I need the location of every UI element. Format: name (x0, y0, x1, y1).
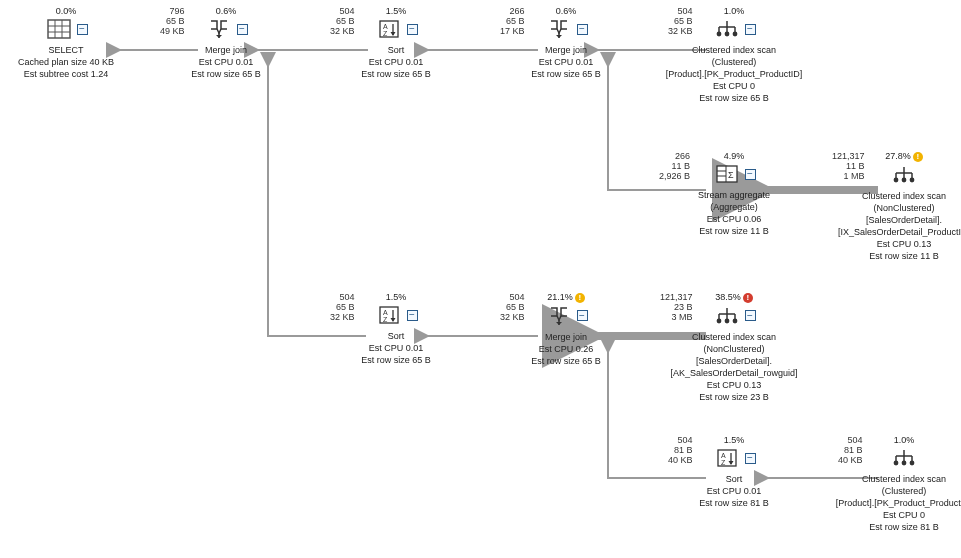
node-stream-aggregate: 4.9% Σ − Stream aggregate (Aggregate) Es… (654, 151, 814, 237)
svg-marker-49 (556, 322, 562, 325)
svg-text:Z: Z (721, 459, 726, 466)
node-cix-sod-rowguid: 38.5%! − Clustered index scan (NonCluste… (654, 292, 814, 403)
svg-text:Z: Z (383, 316, 388, 323)
cost: 0.6% (486, 6, 646, 16)
node-sort-3: 1.5% AZ − Sort Est CPU 0.01 Est row size… (654, 435, 814, 509)
svg-point-40 (894, 177, 899, 182)
svg-point-42 (910, 177, 915, 182)
merge-join-icon (545, 18, 573, 40)
details: Merge join Est CPU 0.01 Est row size 65 … (146, 44, 306, 80)
node-merge-join-1: 0.6% − Merge join Est CPU 0.01 Est row s… (146, 6, 306, 80)
svg-point-68 (894, 461, 899, 466)
toggle[interactable]: − (577, 310, 588, 321)
cost: 1.0% (824, 435, 961, 445)
toggle[interactable]: − (745, 310, 756, 321)
cost: 1.5% (654, 435, 814, 445)
node-sort-1: 1.5% AZ − Sort Est CPU 0.01 Est row size… (316, 6, 476, 80)
toggle[interactable]: − (77, 24, 88, 35)
toggle[interactable]: − (407, 24, 418, 35)
details: Merge join Est CPU 0.26 Est row size 65 … (486, 331, 646, 367)
index-scan-icon (890, 447, 918, 469)
warning-badge: ! (913, 152, 923, 162)
toggle[interactable]: − (577, 24, 588, 35)
svg-point-27 (716, 32, 721, 37)
details: Merge join Est CPU 0.01 Est row size 65 … (486, 44, 646, 80)
node-sort-2: 1.5% AZ − Sort Est CPU 0.01 Est row size… (316, 292, 476, 366)
merge-join-icon (205, 18, 233, 40)
error-badge: ! (743, 293, 753, 303)
toggle[interactable]: − (237, 24, 248, 35)
node-cix-sod-productid: 27.8%! Clustered index scan (NonClustere… (824, 151, 961, 262)
arrows-layer (0, 0, 961, 558)
node-cix-product-2: 1.0% Clustered index scan (Clustered) [P… (824, 435, 961, 533)
svg-rect-8 (48, 20, 70, 38)
details: Sort Est CPU 0.01 Est row size 81 B (654, 473, 814, 509)
warning-badge: ! (575, 293, 585, 303)
svg-rect-30 (717, 166, 737, 182)
svg-text:Σ: Σ (728, 170, 734, 180)
index-scan-icon (713, 305, 741, 327)
svg-point-56 (724, 318, 729, 323)
details: Clustered index scan (NonClustered) [Sal… (654, 331, 814, 403)
merge-join-icon (545, 305, 573, 327)
svg-point-29 (732, 32, 737, 37)
toggle[interactable]: − (407, 310, 418, 321)
svg-point-41 (902, 177, 907, 182)
index-scan-icon (890, 164, 918, 186)
svg-marker-21 (556, 35, 562, 38)
details: Clustered index scan (Clustered) [Produc… (654, 44, 814, 104)
node-merge-join-2: 0.6% − Merge join Est CPU 0.01 Est row s… (486, 6, 646, 80)
cost: 1.0% (654, 6, 814, 16)
svg-point-28 (724, 32, 729, 37)
svg-marker-14 (216, 35, 222, 38)
cost: 38.5%! (654, 292, 814, 303)
details: SELECT Cached plan size 40 KB Est subtre… (0, 44, 146, 80)
node-cix-product-1: 1.0% − Clustered index scan (Clustered) … (654, 6, 814, 104)
stream-aggregate-icon: Σ (713, 163, 741, 185)
cost: 27.8%! (824, 151, 961, 162)
toggle[interactable]: − (745, 169, 756, 180)
node-select: 0.0% − SELECT Cached plan size 40 KB Est… (0, 6, 146, 80)
svg-text:A: A (383, 309, 388, 316)
cost: 0.0% (0, 6, 146, 16)
toggle[interactable]: − (745, 453, 756, 464)
sort-icon: AZ (375, 18, 403, 40)
select-icon (45, 18, 73, 40)
svg-point-70 (910, 461, 915, 466)
cost: 21.1%! (486, 292, 646, 303)
details: Sort Est CPU 0.01 Est row size 65 B (316, 44, 476, 80)
svg-point-69 (902, 461, 907, 466)
svg-text:A: A (383, 23, 388, 30)
svg-point-55 (716, 318, 721, 323)
details: Stream aggregate (Aggregate) Est CPU 0.0… (654, 189, 814, 237)
details: Clustered index scan (NonClustered) [Sal… (824, 190, 961, 262)
node-merge-join-3: 21.1%! − Merge join Est CPU 0.26 Est row… (486, 292, 646, 367)
cost: 1.5% (316, 6, 476, 16)
index-scan-icon (713, 18, 741, 40)
cost: 4.9% (654, 151, 814, 161)
toggle[interactable]: − (745, 24, 756, 35)
details: Clustered index scan (Clustered) [Produc… (824, 473, 961, 533)
svg-text:A: A (721, 452, 726, 459)
sort-icon: AZ (375, 304, 403, 326)
svg-text:Z: Z (383, 30, 388, 37)
details: Sort Est CPU 0.01 Est row size 65 B (316, 330, 476, 366)
cost: 0.6% (146, 6, 306, 16)
svg-point-57 (732, 318, 737, 323)
cost: 1.5% (316, 292, 476, 302)
sort-icon: AZ (713, 447, 741, 469)
